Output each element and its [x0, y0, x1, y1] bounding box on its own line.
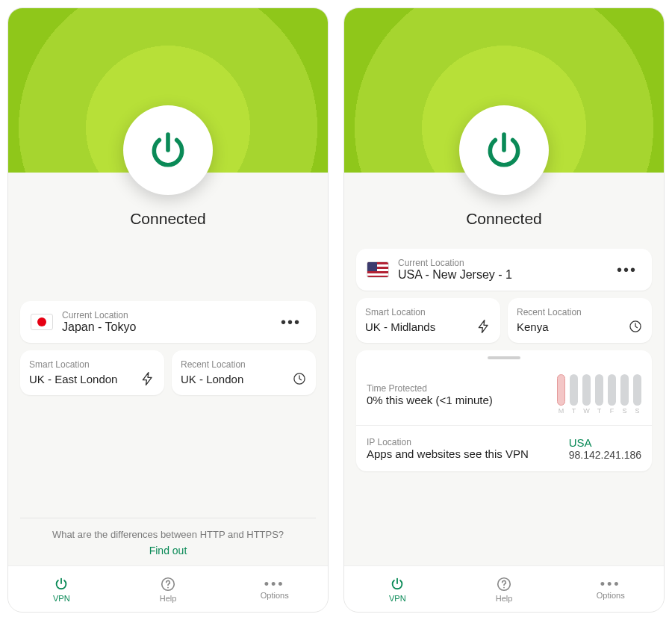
tab-vpn[interactable]: VPN — [344, 566, 451, 612]
smart-location-label: Smart Location — [29, 359, 134, 370]
tab-help-label: Help — [496, 594, 513, 603]
tab-help-label: Help — [160, 594, 177, 603]
tab-vpn[interactable]: VPN — [8, 566, 115, 612]
body-area: Connected Current Location Japan - Tokyo… — [8, 173, 328, 565]
current-location-value: Japan - Tokyo — [62, 320, 267, 334]
phone-left: Connected Current Location Japan - Tokyo… — [7, 7, 329, 613]
week-day-label: T — [572, 407, 576, 415]
ellipsis-icon: ••• — [264, 579, 285, 589]
tab-bar: VPN Help ••• Options — [344, 565, 664, 612]
current-location-label: Current Location — [398, 258, 603, 268]
week-bar: F — [608, 374, 616, 415]
tip-section: What are the differences between HTTP an… — [20, 518, 316, 565]
tab-options[interactable]: ••• Options — [557, 566, 664, 612]
week-bar: T — [595, 374, 603, 415]
week-bar: S — [620, 374, 629, 415]
spacer — [20, 395, 316, 518]
tab-help[interactable]: Help — [115, 566, 222, 612]
connection-status: Connected — [356, 210, 652, 228]
ellipsis-icon: ••• — [600, 579, 621, 589]
smart-location-card[interactable]: Smart Location UK - Midlands — [356, 298, 500, 343]
smart-location-card[interactable]: Smart Location UK - East London — [20, 350, 164, 395]
svg-point-5 — [503, 586, 505, 588]
current-location-card[interactable]: Current Location Japan - Tokyo ••• — [20, 301, 316, 343]
recent-location-card[interactable]: Recent Location Kenya — [508, 298, 652, 343]
current-location-text: Current Location USA - New Jersey - 1 — [398, 258, 603, 282]
recent-location-value: UK - London — [181, 373, 286, 386]
drag-handle-icon[interactable] — [488, 356, 520, 359]
week-bar: T — [570, 374, 578, 415]
time-protected-row[interactable]: Time Protected 0% this week (<1 minute) … — [356, 364, 652, 425]
week-bar-fill — [557, 374, 565, 406]
time-protected-value: 0% this week (<1 minute) — [367, 394, 547, 406]
spacer — [356, 471, 652, 565]
tab-help[interactable]: Help — [451, 566, 558, 612]
smart-location-label: Smart Location — [365, 307, 470, 317]
week-day-label: S — [622, 407, 626, 415]
power-icon — [483, 129, 525, 171]
week-chart: MTWTFSS — [557, 374, 641, 415]
ip-address: 98.142.241.186 — [569, 449, 641, 461]
power-button-wrap — [459, 105, 549, 195]
flag-usa-icon — [367, 261, 389, 278]
ip-location-desc: Apps and websites see this VPN — [367, 447, 559, 460]
body-area: Connected Current Location USA - New Jer… — [344, 173, 664, 565]
recent-location-label: Recent Location — [517, 307, 622, 317]
power-icon — [389, 576, 405, 592]
info-card: Time Protected 0% this week (<1 minute) … — [356, 350, 652, 471]
tab-vpn-label: VPN — [53, 594, 70, 603]
help-icon — [160, 576, 176, 592]
power-icon — [147, 129, 189, 171]
current-location-label: Current Location — [62, 310, 267, 320]
lightning-icon — [140, 371, 155, 386]
week-day-label: S — [635, 407, 639, 415]
spacer — [20, 249, 316, 301]
current-location-card[interactable]: Current Location USA - New Jersey - 1 ••… — [356, 249, 652, 291]
location-quick-row: Smart Location UK - East London Recent L… — [20, 350, 316, 395]
tab-bar: VPN Help ••• Options — [8, 565, 328, 612]
ip-location-row[interactable]: IP Location Apps and websites see this V… — [356, 425, 652, 471]
connection-status: Connected — [20, 210, 316, 228]
power-button[interactable] — [459, 105, 549, 195]
week-bar: M — [557, 374, 565, 415]
smart-location-value: UK - East London — [29, 373, 134, 386]
week-bar: W — [582, 374, 591, 415]
week-bar-fill — [620, 374, 629, 406]
recent-location-card[interactable]: Recent Location UK - London — [172, 350, 316, 395]
smart-location-value: UK - Midlands — [365, 320, 470, 334]
recent-location-label: Recent Location — [181, 359, 286, 370]
current-location-value: USA - New Jersey - 1 — [398, 268, 603, 282]
tip-question: What are the differences between HTTP an… — [28, 529, 308, 540]
tab-vpn-label: VPN — [389, 594, 406, 603]
recent-location-value: Kenya — [517, 320, 622, 334]
lightning-icon — [476, 319, 491, 334]
help-icon — [496, 576, 512, 592]
week-bar-fill — [570, 374, 578, 406]
tip-link[interactable]: Find out — [28, 545, 308, 557]
power-button[interactable] — [123, 105, 213, 195]
current-location-text: Current Location Japan - Tokyo — [62, 310, 267, 334]
week-day-label: F — [610, 407, 615, 415]
ip-country: USA — [569, 436, 641, 449]
week-bar-fill — [582, 374, 591, 406]
week-bar-fill — [595, 374, 603, 406]
week-day-label: W — [583, 407, 590, 415]
tab-options-label: Options — [597, 591, 625, 600]
power-icon — [53, 576, 69, 592]
flag-japan-icon — [31, 314, 53, 330]
week-day-label: T — [597, 407, 602, 415]
week-bar-fill — [608, 374, 616, 406]
ip-location-label: IP Location — [367, 437, 559, 447]
more-icon[interactable]: ••• — [276, 311, 305, 334]
more-icon[interactable]: ••• — [612, 258, 641, 282]
tab-options[interactable]: ••• Options — [221, 566, 328, 612]
week-bar-fill — [633, 374, 641, 406]
clock-icon — [292, 371, 307, 386]
power-button-wrap — [123, 105, 213, 195]
clock-icon — [628, 319, 643, 334]
location-quick-row: Smart Location UK - Midlands Recent Loca… — [356, 298, 652, 343]
svg-point-2 — [167, 586, 169, 588]
time-protected-label: Time Protected — [367, 383, 547, 394]
week-day-label: M — [559, 407, 564, 415]
tab-options-label: Options — [261, 591, 289, 600]
